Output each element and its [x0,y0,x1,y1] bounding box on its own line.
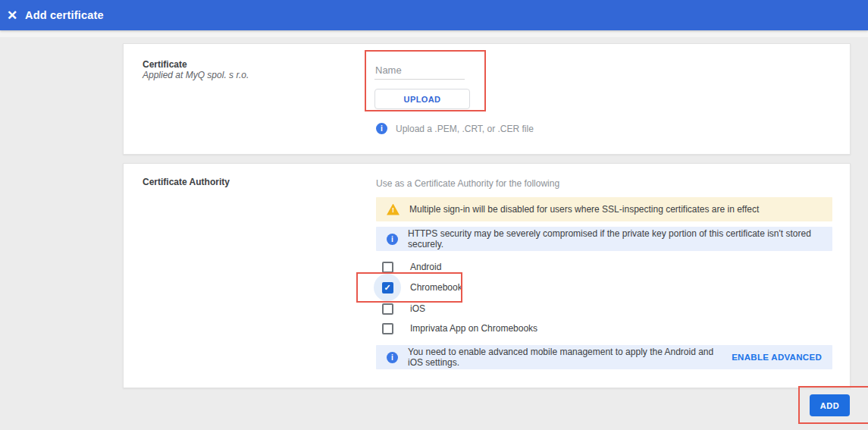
certificate-authority-label: Certificate Authority [143,177,230,187]
ios-checkbox[interactable] [374,298,400,319]
certificate-card: Certificate Applied at MyQ spol. s r.o. … [123,43,851,155]
authority-description: Use as a Certificate Authority for the f… [376,178,559,189]
chromebook-checkbox-label: Chromebook [410,282,462,293]
dialog-title: Add certificate [25,9,104,21]
info-icon: i [387,234,398,245]
warning-banner-text: Multiple sign-in will be disabled for us… [409,204,822,215]
android-checkbox-label: Android [410,262,441,272]
https-banner-text: HTTPS security may be severely compromis… [408,228,822,250]
upload-button[interactable]: UPLOAD [374,89,470,109]
upload-hint-text: Upload a .PEM, .CRT, or .CER file [396,124,534,134]
checkbox-row-imprivata: Imprivata App on Chromebooks [374,318,537,339]
enable-advanced-link[interactable]: ENABLE ADVANCED [732,353,822,362]
ios-checkbox-label: iOS [410,303,425,314]
checkbox-row-ios: iOS [374,298,425,319]
add-certificate-dialog: ✕ Add certificate Certificate Applied at… [0,0,868,430]
close-icon[interactable]: ✕ [0,0,24,30]
certificate-name-input[interactable] [374,62,465,80]
mobile-management-info-banner: i You need to enable advanced mobile man… [376,345,832,369]
mobile-banner-text: You need to enable advanced mobile manag… [408,347,716,368]
imprivata-checkbox-label: Imprivata App on Chromebooks [410,323,537,334]
imprivata-checkbox[interactable] [374,318,400,339]
https-security-info-banner: i HTTPS security may be severely comprom… [376,227,832,251]
multiple-signin-warning-banner: ! Multiple sign-in will be disabled for … [376,197,832,221]
upload-hint-row: i Upload a .PEM, .CRT, or .CER file [376,123,534,134]
chromebook-checkbox[interactable] [374,277,400,298]
certificate-sublabel: Applied at MyQ spol. s r.o. [143,70,249,80]
certificate-label: Certificate [143,59,187,70]
warning-icon: ! [387,204,400,215]
dialog-header: ✕ Add certificate [0,0,868,30]
info-icon: i [376,123,387,134]
header-shadow-strip [0,30,868,37]
checkbox-row-chromebook: Chromebook [374,277,462,298]
certificate-authority-card: Certificate Authority Use as a Certifica… [123,163,851,388]
add-button[interactable]: ADD [810,394,850,416]
info-icon: i [387,352,398,363]
